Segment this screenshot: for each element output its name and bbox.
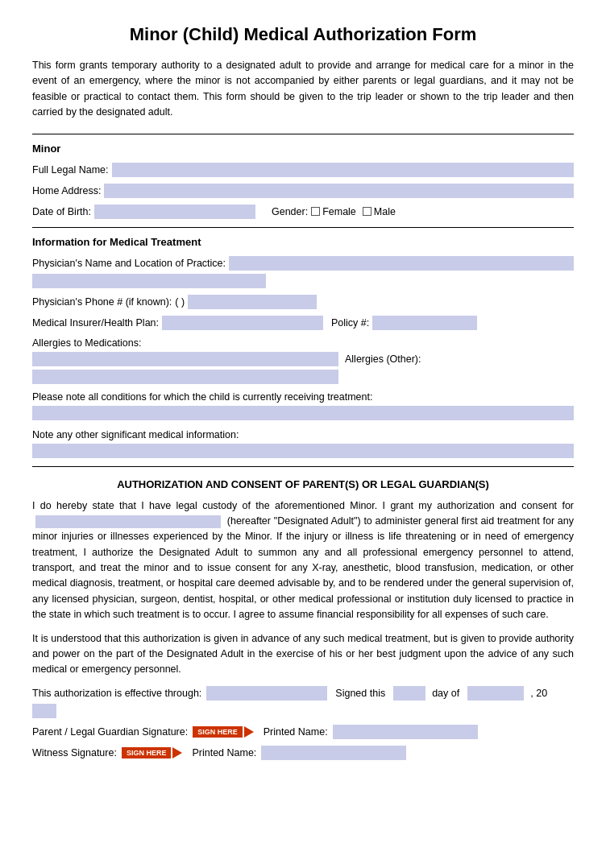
physician-row2	[32, 274, 574, 288]
male-label: Male	[374, 206, 396, 217]
divider-3	[32, 466, 574, 467]
allergies-other-label: Allergies (Other):	[345, 353, 421, 365]
physician-input-2[interactable]	[32, 274, 266, 288]
witness-sig-row: Witness Signature: SIGN HERE Printed Nam…	[32, 746, 574, 760]
page-title: Minor (Child) Medical Authorization Form	[32, 24, 574, 45]
parent-sig-label: Parent / Legal Guardian Signature:	[32, 726, 188, 738]
witness-arrow-icon	[172, 747, 182, 758]
medical-section-title: Information for Medical Treatment	[32, 236, 574, 248]
conditions-block: Please note all conditions for which the…	[32, 391, 574, 420]
intro-paragraph: This form grants temporary authority to …	[32, 58, 574, 121]
physician-block: Physician's Name and Location of Practic…	[32, 256, 574, 288]
home-address-label: Home Address:	[32, 185, 101, 196]
policy-input[interactable]	[372, 316, 477, 330]
month-input[interactable]	[467, 686, 524, 701]
dob-gender-row: Date of Birth: Gender: Female Male	[32, 205, 574, 219]
parent-printed-input[interactable]	[333, 725, 478, 739]
effective-through-input[interactable]	[206, 686, 327, 701]
signature-section: This authorization is effective through:…	[32, 686, 574, 760]
other-info-input[interactable]	[32, 444, 574, 458]
witness-sig-wrapper[interactable]: SIGN HERE	[122, 747, 183, 758]
minor-section-title: Minor	[32, 143, 574, 155]
divider-2	[32, 227, 574, 228]
divider-1	[32, 134, 574, 134]
witness-sign-here-button[interactable]: SIGN HERE	[122, 747, 172, 758]
full-name-row: Full Legal Name:	[32, 163, 574, 177]
conditions-input[interactable]	[32, 406, 574, 420]
parent-sig-row: Parent / Legal Guardian Signature: SIGN …	[32, 725, 574, 739]
policy-label: Policy #:	[331, 317, 369, 329]
female-checkbox-label[interactable]: Female	[311, 206, 356, 217]
insurer-label: Medical Insurer/Health Plan:	[32, 317, 159, 329]
allergy-other-row	[32, 370, 574, 384]
phone-parens: ( )	[175, 296, 185, 308]
auth-paragraph-2: It is understood that this authorization…	[32, 631, 574, 678]
physician-input-1[interactable]	[229, 256, 574, 271]
day-of-label: day of	[432, 688, 459, 699]
physician-label: Physician's Name and Location of Practic…	[32, 258, 226, 269]
parent-printed-label: Printed Name:	[264, 726, 328, 738]
dob-input[interactable]	[94, 205, 255, 219]
male-checkbox[interactable]	[363, 207, 371, 216]
witness-printed-label: Printed Name:	[192, 747, 256, 758]
allergies-med-input[interactable]	[32, 352, 338, 366]
phone-row: Physician's Phone # (if known): ( )	[32, 295, 574, 309]
parent-sig-wrapper[interactable]: SIGN HERE	[193, 726, 254, 738]
witness-printed-input[interactable]	[261, 746, 406, 760]
auth-header: AUTHORIZATION AND CONSENT OF PARENT(S) O…	[32, 478, 574, 490]
allergies-other-input[interactable]	[32, 370, 338, 384]
year-label: , 20	[530, 688, 547, 699]
effective-through-label: This authorization is effective through:	[32, 688, 201, 699]
home-address-input[interactable]	[104, 184, 574, 198]
auth-paragraph-1: I do hereby state that I have legal cust…	[32, 498, 574, 623]
parent-sign-here-button[interactable]: SIGN HERE	[193, 726, 243, 738]
allergy-inputs-row: Allergies (Other):	[32, 352, 574, 366]
parent-arrow-icon	[244, 726, 254, 738]
signed-label: Signed this	[335, 688, 385, 699]
effective-through-row: This authorization is effective through:…	[32, 686, 574, 718]
female-checkbox[interactable]	[311, 207, 320, 216]
home-address-row: Home Address:	[32, 184, 574, 198]
full-name-label: Full Legal Name:	[32, 164, 109, 176]
female-label: Female	[322, 206, 356, 217]
insurer-row: Medical Insurer/Health Plan: Policy #:	[32, 316, 574, 330]
witness-sig-label: Witness Signature:	[32, 747, 117, 758]
full-name-input[interactable]	[112, 163, 575, 177]
physician-row1: Physician's Name and Location of Practic…	[32, 256, 574, 271]
allergies-med-label: Allergies to Medications:	[32, 337, 141, 349]
designated-adult-input[interactable]	[35, 515, 221, 528]
year-input[interactable]	[32, 704, 56, 718]
other-info-label: Note any other significant medical infor…	[32, 429, 239, 440]
day-input[interactable]	[393, 686, 425, 701]
male-checkbox-label[interactable]: Male	[363, 206, 396, 217]
phone-label: Physician's Phone # (if known):	[32, 296, 172, 308]
allergy-block: Allergies to Medications: Allergies (Oth…	[32, 337, 574, 384]
other-info-block: Note any other significant medical infor…	[32, 428, 574, 458]
conditions-label: Please note all conditions for which the…	[32, 391, 372, 403]
insurer-input[interactable]	[162, 316, 323, 330]
dob-label: Date of Birth:	[32, 206, 91, 217]
allergy-med-row: Allergies to Medications:	[32, 337, 574, 349]
gender-label: Gender:	[272, 206, 308, 217]
phone-input[interactable]	[188, 295, 317, 309]
